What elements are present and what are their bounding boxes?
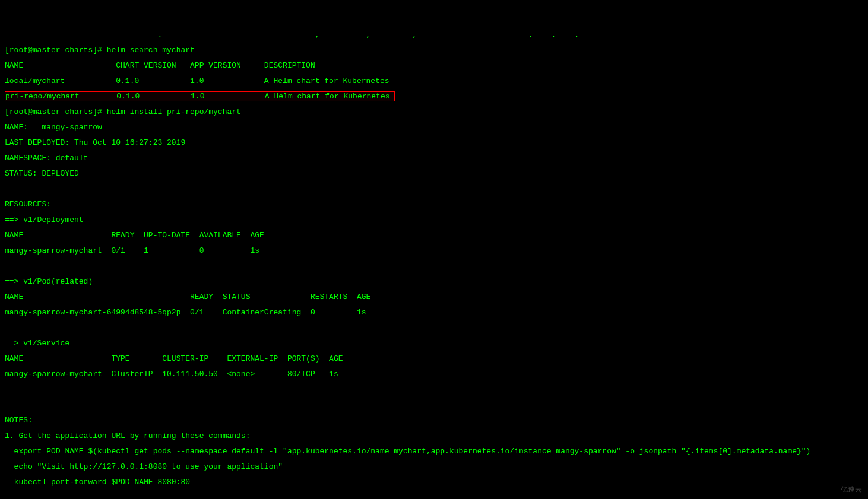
install-last-deployed: LAST DEPLOYED: Thu Oct 10 16:27:23 2019 [5,139,863,147]
deployment-header: ==> v1/Deployment [5,216,863,224]
blank [5,324,863,332]
blank [5,401,863,409]
shell-prompt: [root@master charts]# [5,46,102,55]
terminal-line[interactable]: [root@master charts]# helm search mychar… [5,46,863,54]
notes-line: export POD_NAME=$(kubectl get pods --nam… [5,447,863,455]
notes-label: NOTES: [5,417,863,424]
pod-header: ==> v1/Pod(related) [5,278,863,285]
blank [5,185,863,193]
search-header: NAME CHART VERSION APP VERSION DESCRIPTI… [5,62,863,69]
search-row: local/mychart 0.1.0 1.0 A Helm chart for… [5,77,863,85]
terminal-line[interactable]: [root@master charts]# helm install pri-r… [5,108,863,116]
service-header: ==> v1/Service [5,339,863,347]
shell-prompt: [root@master charts]# [5,107,102,116]
notes-line: kubectl port-forward $POD_NAME 8080:80 [5,478,863,486]
search-row-highlighted: pri-repo/mychart 0.1.0 1.0 A Helm chart … [5,93,863,100]
install-namespace: NAMESPACE: default [5,154,863,162]
service-cols: NAME TYPE CLUSTER-IP EXTERNAL-IP PORT(S)… [5,355,863,363]
command-search: helm search mychart [107,46,195,55]
blank [5,386,863,393]
blank [5,494,863,499]
pod-row: mangy-sparrow-mychart-64994d8548-5qp2p 0… [5,309,863,316]
service-row: mangy-sparrow-mychart ClusterIP 10.111.5… [5,370,863,378]
highlight-box: pri-repo/mychart 0.1.0 1.0 A Helm chart … [5,91,395,101]
notes-line: 1. Get the application URL by running th… [5,432,863,440]
install-status: STATUS: DEPLOYED [5,170,863,177]
deployment-cols: NAME READY UP-TO-DATE AVAILABLE AGE [5,231,863,239]
pod-cols: NAME READY STATUS RESTARTS AGE [5,293,863,301]
notes-line: echo "Visit http://127.0.0.1:8080 to use… [5,463,863,471]
install-name: NAME: mangy-sparrow [5,123,863,131]
blank [5,262,863,270]
terminal-line: . , , , . . . [5,31,863,39]
command-install: helm install pri-repo/mychart [107,107,241,116]
watermark-logo: 亿速云 [841,486,862,493]
deployment-row: mangy-sparrow-mychart 0/1 1 0 1s [5,247,863,255]
resources-label: RESOURCES: [5,201,863,208]
